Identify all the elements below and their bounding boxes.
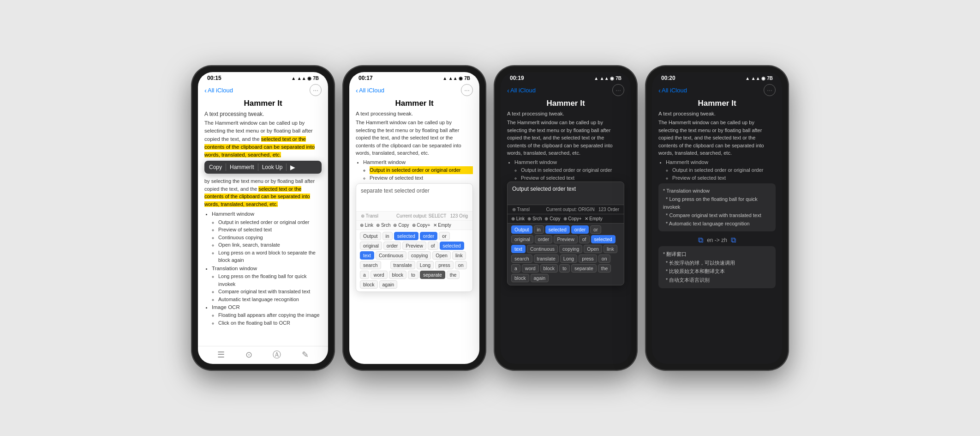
tag-translate-2[interactable]: translate xyxy=(390,261,415,269)
cn-line-2: * 长按浮动的球，可以快速调用 xyxy=(663,259,771,267)
tb-empty-3[interactable]: ✕ Empty xyxy=(585,216,603,221)
tag-search-2[interactable]: search xyxy=(360,261,381,269)
tag-block-3[interactable]: block xyxy=(540,264,558,272)
tag-a-2[interactable]: a xyxy=(360,271,369,279)
tag-original-2[interactable]: original xyxy=(360,242,382,250)
subtitle-4: A text processing tweak. xyxy=(658,110,776,118)
nav-back-4[interactable]: ‹ All iCloud xyxy=(658,86,687,94)
context-lookup-1[interactable]: Look Up xyxy=(262,164,283,170)
tag-the-3[interactable]: the xyxy=(598,264,611,272)
tag-output-3[interactable]: Output xyxy=(511,225,532,234)
nav-menu-btn-4[interactable]: ··· xyxy=(764,84,776,96)
tag-word-2[interactable]: word xyxy=(370,271,388,279)
tag-to-3[interactable]: to xyxy=(559,264,570,272)
tag-original-3[interactable]: original xyxy=(511,235,533,243)
nav-back-3[interactable]: ‹ All iCloud xyxy=(507,86,536,94)
tag-search-3[interactable]: search xyxy=(511,254,532,263)
context-copy-1[interactable]: Copy xyxy=(209,164,222,170)
bullets-4: HammerIt window Output in selected order… xyxy=(658,158,776,182)
tag-selected2-3[interactable]: selected xyxy=(591,235,615,243)
tag-preview-2[interactable]: Preview xyxy=(402,242,426,250)
tab-list-icon[interactable]: ☰ xyxy=(217,350,225,360)
tag-again-3[interactable]: again xyxy=(531,274,549,282)
tag-press-2[interactable]: press xyxy=(435,261,454,269)
nav-back-1[interactable]: ‹ All iCloud xyxy=(204,86,233,94)
tag-order-3[interactable]: order xyxy=(571,225,589,234)
tag-order-2[interactable]: order xyxy=(420,232,438,240)
tag-text-3[interactable]: text xyxy=(511,245,526,253)
status-time-4: 00:20 xyxy=(661,75,675,81)
tag-copying-2[interactable]: copying xyxy=(408,251,431,260)
tag-continuous-2[interactable]: Continuous xyxy=(376,251,406,260)
tag-or-2[interactable]: or xyxy=(439,232,449,240)
sub-list-ocr: Floating ball appears after copying the … xyxy=(212,311,322,327)
sub-hw-3: Output in selected order or original ord… xyxy=(514,166,624,182)
tb-copyplus-2[interactable]: ⊕ Copy+ xyxy=(412,223,430,228)
popup-status-2: ⊕ Transl Current output: SELECT 123 Orig xyxy=(356,212,472,221)
tag-a-3[interactable]: a xyxy=(511,264,520,272)
tag-copying-3[interactable]: copying xyxy=(559,245,582,253)
sub-list-translation: Long press on the floating ball for quic… xyxy=(212,272,322,303)
tag-block2-2[interactable]: block xyxy=(360,280,378,289)
tag-output-2[interactable]: Output xyxy=(360,232,381,240)
tb-srch-3[interactable]: ⊕ Srch xyxy=(527,216,542,221)
tab-camera-icon[interactable]: ⊙ xyxy=(245,350,252,360)
tb-empty-2[interactable]: ✕ Empty xyxy=(433,223,451,228)
tag-block2-3[interactable]: block xyxy=(511,274,529,282)
nav-menu-btn-2[interactable]: ··· xyxy=(461,84,473,96)
tab-edit-icon[interactable]: ✎ xyxy=(302,350,309,360)
sub-trans-2: Compare original text with translated te… xyxy=(218,288,322,296)
tab-font-icon[interactable]: Ⓐ xyxy=(273,349,281,360)
nav-back-2[interactable]: ‹ All iCloud xyxy=(356,86,384,94)
tag-link-2[interactable]: link xyxy=(452,251,466,260)
tag-link2-3[interactable]: link xyxy=(604,245,617,253)
popup-input-3[interactable]: Output selected order text xyxy=(508,182,624,205)
tag-long-2[interactable]: Long xyxy=(417,261,434,269)
tb-link-3[interactable]: ⊕ Link xyxy=(511,216,525,221)
tag-block-2[interactable]: block xyxy=(389,271,407,279)
tag-again-2[interactable]: again xyxy=(379,280,398,289)
tag-preview-3[interactable]: Preview xyxy=(554,235,577,243)
translation-panel-english: * Translation window * Long press on the… xyxy=(658,183,776,231)
tag-order2-3[interactable]: order xyxy=(535,235,553,243)
share-btn-4[interactable]: ⧉ xyxy=(731,236,736,244)
nav-menu-btn-3[interactable]: ··· xyxy=(612,84,624,96)
tag-on-2[interactable]: on xyxy=(455,261,467,269)
tag-long-3[interactable]: Long xyxy=(560,254,577,263)
context-menu-1[interactable]: Copy HammerIt Look Up ▶ xyxy=(204,161,322,174)
doc-body-2: by selecting the text menu or by floatin… xyxy=(198,176,328,327)
arrow-icon-1[interactable]: ▶ xyxy=(290,164,295,171)
tag-selected-3[interactable]: selected xyxy=(545,225,570,234)
tag-open-3[interactable]: Open xyxy=(584,245,602,253)
tag-separate-2[interactable]: separate xyxy=(420,271,445,279)
tag-in-2[interactable]: in xyxy=(382,232,393,240)
tb-srch-2[interactable]: ⊕ Srch xyxy=(376,223,390,228)
tag-order2-2[interactable]: order xyxy=(383,242,401,250)
tb-copy-3[interactable]: ⊕ Copy xyxy=(544,216,560,221)
tb-link-2[interactable]: ⊕ Link xyxy=(360,223,373,228)
tag-of-3[interactable]: of xyxy=(579,235,590,243)
tag-the-2[interactable]: the xyxy=(447,271,460,279)
nav-menu-btn-1[interactable]: ··· xyxy=(310,84,322,96)
tag-in-3[interactable]: in xyxy=(534,225,544,234)
tag-press-3[interactable]: press xyxy=(579,254,597,263)
tag-selected-2[interactable]: selected xyxy=(394,232,418,240)
tag-open-2[interactable]: Open xyxy=(432,251,451,260)
tag-word-3[interactable]: word xyxy=(522,264,539,272)
tb-copy-2[interactable]: ⊕ Copy xyxy=(393,223,409,228)
tag-translate-3[interactable]: translate xyxy=(534,254,559,263)
tag-continuous-3[interactable]: Continuous xyxy=(527,245,558,253)
phone-2: 00:17 ▲ ▲▲ ◉ 7B ‹ All iCloud ··· Hammer … xyxy=(343,66,486,370)
nav-bar-3: ‹ All iCloud ··· xyxy=(501,82,631,98)
context-hammerit-1[interactable]: HammerIt xyxy=(230,164,254,170)
tag-selected2-2[interactable]: selected xyxy=(440,242,464,250)
tag-text-2[interactable]: text xyxy=(360,251,374,260)
tag-to-2[interactable]: to xyxy=(408,271,418,279)
tag-of-2[interactable]: of xyxy=(428,242,438,250)
popup-input-2[interactable]: separate text selected order xyxy=(356,184,472,212)
tag-separate-3[interactable]: separate xyxy=(571,264,597,272)
copy-btn-4[interactable]: ⧉ xyxy=(698,236,703,244)
tag-or-3[interactable]: or xyxy=(590,225,601,234)
tb-copyplus-3[interactable]: ⊕ Copy+ xyxy=(563,216,582,221)
tag-on-3[interactable]: on xyxy=(598,254,610,263)
